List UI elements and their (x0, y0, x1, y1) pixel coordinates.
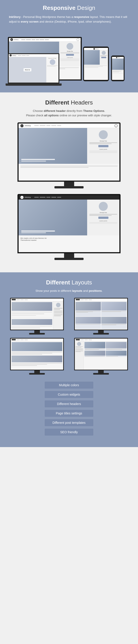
feature-badge-5: SEO friendly (44, 428, 94, 436)
header-monitor-1-wrap: in inkstory (0, 122, 138, 188)
section-responsive: Responsive Design InkStory - Personal Bl… (0, 0, 138, 92)
tablet-mockup: in inkstory (83, 46, 109, 81)
responsive-description: InkStory - Personal Blog Wordpress theme… (0, 15, 138, 28)
layouts-grid (0, 298, 138, 374)
feature-badge-0: Multiple colors (44, 381, 94, 389)
layout-monitor-2 (71, 298, 131, 334)
layout-monitor-3 (7, 338, 67, 374)
header-monitor-1: in inkstory (18, 122, 120, 188)
feature-badge-1: Custom widgets (44, 391, 94, 398)
responsive-title: Responsive Design (0, 4, 138, 12)
header-monitor-2-wrap: in inkstory (0, 194, 138, 260)
feature-badge-3: Page titles settings (44, 410, 94, 417)
feature-badge-2: Different headers (44, 400, 94, 408)
phone-mockup: inkstory (111, 56, 124, 81)
layout-monitor-1 (7, 298, 67, 334)
feature-badge-4: Different post templates (44, 419, 94, 426)
layout-monitor-4 (71, 338, 131, 374)
device-showcase: in inkstory (5, 28, 133, 86)
headers-description: Choose different header directly from Th… (0, 109, 138, 122)
headers-title: Different Headers (0, 99, 138, 106)
laptop-mockup: in inkstory About me My name (6, 53, 62, 86)
section-headers: Different Headers Choose different heade… (0, 92, 138, 272)
layouts-title: Different Layouts (0, 279, 138, 286)
features-list: Multiple colors Custom widgets Different… (0, 374, 138, 440)
layouts-description: Show your posts in different layouts and… (0, 289, 138, 298)
section-layouts: Different Layouts Show your posts in dif… (0, 272, 138, 447)
header-monitor-2: in inkstory (18, 194, 120, 260)
